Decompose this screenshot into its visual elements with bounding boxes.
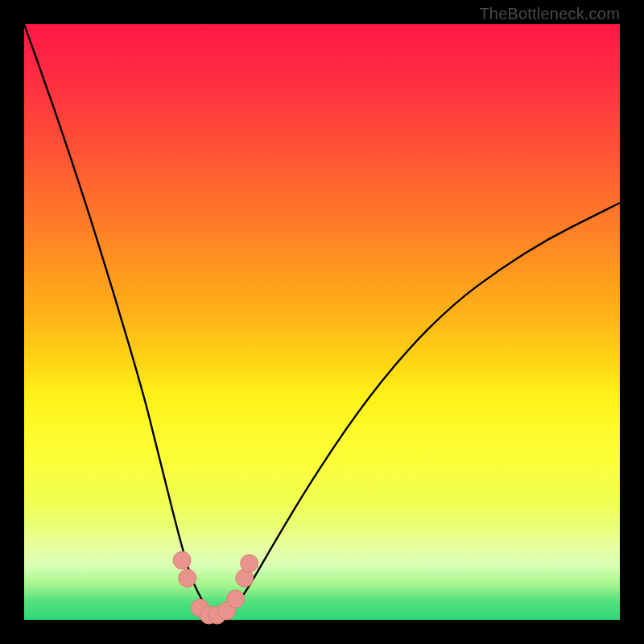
plot-area bbox=[24, 24, 620, 620]
data-marker bbox=[227, 590, 245, 608]
curve-overlay bbox=[24, 24, 620, 620]
data-marker bbox=[241, 555, 258, 572]
watermark-text: TheBottleneck.com bbox=[479, 5, 620, 23]
bottleneck-curve bbox=[24, 24, 620, 614]
data-marker bbox=[173, 551, 191, 569]
chart-frame: TheBottleneck.com bbox=[0, 0, 644, 644]
marker-group bbox=[173, 551, 258, 624]
data-marker bbox=[179, 569, 196, 587]
